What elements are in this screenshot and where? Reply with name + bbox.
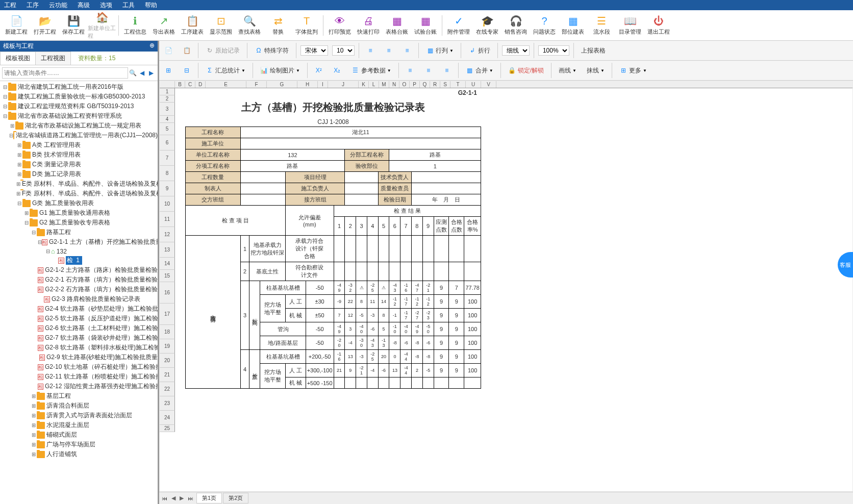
toolbar-工程信息[interactable]: ℹ工程信息 <box>121 11 149 40</box>
row-header[interactable]: 24 <box>160 411 175 425</box>
row-header[interactable]: 5 <box>160 123 175 135</box>
row-header[interactable]: 10 <box>160 196 175 212</box>
row-header[interactable]: 12 <box>160 227 175 242</box>
tree-node[interactable]: ⊞沥青混合料面层 <box>0 401 158 411</box>
search-input[interactable] <box>2 67 128 79</box>
row-header[interactable]: 25 <box>160 425 175 432</box>
col-header[interactable]: Q <box>420 81 430 88</box>
tab-template-view[interactable]: 模板视图 <box>0 52 36 65</box>
et-btn[interactable]: ▦合并▼ <box>463 65 496 76</box>
et-btn[interactable]: Σ汇总统计▼ <box>203 65 248 76</box>
menu-选项[interactable]: 选项 <box>100 1 112 10</box>
tree-node[interactable]: 检G2-6 软土路基（土工材料处理）施工检验 <box>0 323 158 333</box>
col-header[interactable]: L <box>369 81 379 88</box>
tree-node[interactable]: ⊞沥青贯入式与沥青表面处治面层 <box>0 411 158 420</box>
expand-icon[interactable]: ⊟ <box>31 230 37 235</box>
tree-node[interactable]: 检G2-8 软土路基（塑料排水板处理)施工检验 <box>0 343 158 352</box>
toolbar-目录管理[interactable]: 📖目录管理 <box>616 11 644 40</box>
tree-node[interactable]: ⊟湖北省市政基础设施工程资料管理系统 <box>0 111 158 121</box>
tree-node[interactable]: ⊟G类 施工质量验收用表 <box>0 198 158 208</box>
expand-icon[interactable]: ⊞ <box>9 123 15 129</box>
toolbar-保存工程[interactable]: 💾保存工程 <box>59 11 88 40</box>
et-btn[interactable]: ≡ <box>421 65 436 75</box>
form-table[interactable]: 工程名称湖北11施工单位单位工程名称132分部工程名称路基分项工程名称路基验收部… <box>185 127 481 389</box>
tree-node[interactable]: ⊟湖北省建筑工程施工统一用表2016年版 <box>0 82 158 92</box>
tree-node[interactable]: 检G2-2-2 石方路基（填方）检验批质量检验 <box>0 285 158 294</box>
sheet-tab-1[interactable]: 第1页 <box>196 493 222 503</box>
et-btn[interactable]: 抹线▼ <box>584 65 608 76</box>
tree-node[interactable]: ⊞广场与停车场面层 <box>0 440 158 449</box>
et-btn[interactable]: 画线▼ <box>556 65 580 76</box>
toolbar-问题状态[interactable]: ?问题状态 <box>530 11 559 40</box>
et-btn[interactable]: ⊞更多▼ <box>616 65 650 76</box>
row-header[interactable]: 4 <box>160 116 175 123</box>
row-header[interactable]: 3 <box>160 103 175 116</box>
row-header[interactable]: 9 <box>160 181 175 196</box>
toolbar-显示范围[interactable]: ⊡显示范围 <box>207 11 235 40</box>
row-header[interactable]: 2 <box>160 95 175 103</box>
et-btn[interactable]: 📋 <box>180 45 194 56</box>
expand-icon[interactable]: ⊞ <box>31 393 37 399</box>
tab-nav-first[interactable]: ⏮ <box>160 495 169 501</box>
et-btn[interactable]: ≡ <box>382 45 396 56</box>
et-btn[interactable]: 🔒锁定/解锁 <box>505 65 547 76</box>
expand-icon[interactable]: ⊟ <box>2 113 8 119</box>
col-header[interactable]: K <box>359 81 369 88</box>
expand-icon[interactable]: ⊞ <box>16 171 22 177</box>
row-header[interactable]: 18 <box>160 325 175 339</box>
et-btn[interactable]: ⊟ <box>180 65 194 75</box>
et-btn[interactable]: ≡ <box>403 65 417 75</box>
toolbar-销售咨询[interactable]: 🎧销售咨询 <box>501 11 530 40</box>
expand-icon[interactable]: ⊞ <box>31 442 37 447</box>
expand-icon[interactable]: ⊞ <box>31 413 37 418</box>
menu-工序[interactable]: 工序 <box>27 1 39 10</box>
row-header[interactable]: 14 <box>160 258 175 270</box>
col-header[interactable]: S <box>440 81 450 88</box>
col-header[interactable]: N <box>389 81 399 88</box>
toolbar-流水段[interactable]: ☰流水段 <box>587 11 616 40</box>
toolbar-附件管理[interactable]: ✓附件管理 <box>444 11 473 40</box>
menu-工程[interactable]: 工程 <box>4 1 16 10</box>
et-btn[interactable]: Ω特殊字符 <box>252 45 292 56</box>
col-header[interactable]: E <box>206 81 246 88</box>
col-header[interactable]: V <box>481 81 496 88</box>
toolbar-在线专家[interactable]: 🎓在线专家 <box>473 11 501 40</box>
col-header[interactable]: G <box>267 81 297 88</box>
col-header[interactable]: O <box>399 81 410 88</box>
col-header[interactable]: D <box>195 81 206 88</box>
col-header[interactable]: T <box>450 81 466 88</box>
tree-node[interactable]: 检G2-2-1 石方路基（填方）检验批质量检验 <box>0 275 158 285</box>
next-icon[interactable]: ▶ <box>146 69 156 77</box>
expand-icon[interactable]: ⊟ <box>38 239 42 245</box>
tree-node[interactable]: ⊟G2 施工质量验收专用表格 <box>0 218 158 228</box>
et-btn[interactable]: X₂ <box>330 65 344 75</box>
et-btn[interactable]: X² <box>312 65 326 75</box>
expand-icon[interactable]: ⊞ <box>16 181 20 187</box>
row-header[interactable]: 15 <box>160 270 175 282</box>
tree-node[interactable]: ⊞B类 技术管理用表 <box>0 150 158 160</box>
menu-云功能[interactable]: 云功能 <box>49 1 67 10</box>
row-header[interactable]: 13 <box>160 242 175 258</box>
tree-node[interactable]: 检G2-5 软土路基（反压护道处理）施工检验 <box>0 314 158 323</box>
spreadsheet[interactable]: BCDEFGHIJKLMNOPQRSTUV 123456789101112131… <box>160 81 852 491</box>
et-btn[interactable]: ⊞ <box>161 65 175 75</box>
expand-icon[interactable]: ⊟ <box>2 94 8 99</box>
pin-icon[interactable]: ⊕ <box>149 42 155 51</box>
tree-node[interactable]: ⊞人行道铺筑 <box>0 449 158 459</box>
et-btn[interactable]: ≡ <box>400 45 414 56</box>
col-header[interactable]: P <box>410 81 420 88</box>
toolbar-表格台账[interactable]: ▦表格台账 <box>383 11 411 40</box>
row-header[interactable]: 22 <box>160 382 175 396</box>
toolbar-新建单位工程[interactable]: 🏠新建单位工程 <box>88 11 116 40</box>
et-btn[interactable]: ↻原始记录 <box>203 45 243 56</box>
expand-icon[interactable]: ⊞ <box>16 152 22 158</box>
toolbar-打开工程[interactable]: 📂打开工程 <box>31 11 59 40</box>
et-btn[interactable]: ▦行列▼ <box>423 45 457 56</box>
toolbar-打印预览[interactable]: 👁打印预览 <box>325 11 354 40</box>
et-btn[interactable]: ≡ <box>363 45 378 56</box>
et-btn[interactable]: ≡ <box>440 65 454 75</box>
et-btn[interactable]: ☰参考数据▼ <box>348 65 394 76</box>
row-header[interactable]: 6 <box>160 135 175 150</box>
row-header[interactable]: 20 <box>160 354 175 368</box>
toolbar-工序建表[interactable]: 📋工序建表 <box>178 11 207 40</box>
